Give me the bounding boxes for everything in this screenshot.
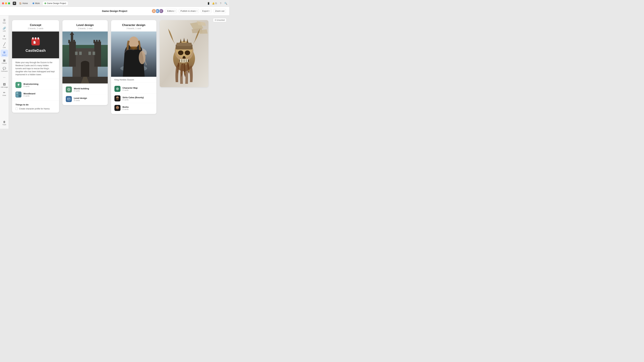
svg-rect-79 [183,59,184,63]
worldbuilding-item[interactable]: World building 0 cards [62,85,108,94]
notif-badge[interactable]: 🔔 21 [212,2,217,4]
sidebar-addimage-label: Add image [1,86,8,88]
leveldesign-sub-count: 0 cards [74,99,104,101]
export-chevron-icon: ▾ [209,10,210,12]
todo-checkbox-hanna[interactable] [16,108,18,110]
bounty-item[interactable]: Siriis Calea (Bounty) 0 cards [111,94,156,103]
svg-rect-3 [38,37,39,39]
publish-label: Publish & share [180,10,196,12]
leveldesign-sub-item[interactable]: Level design 0 cards [62,94,108,104]
charmap-svg [116,87,119,90]
svg-point-48 [129,36,139,48]
cards-container: Concept 2 boards, 2 cards CastleDash [12,19,226,114]
charmap-item[interactable]: Character Map 0 cards [111,84,156,94]
concept-card-header: Concept 2 boards, 2 cards [12,20,59,31]
svg-point-50 [139,51,146,64]
title-bar-right: 📱 🔔 21 ? 🔍 [207,2,227,5]
svg-rect-18 [69,41,76,67]
sidebar-item-draw[interactable]: ✏ Draw [1,90,8,97]
worldbuild-icon [66,86,72,93]
brainstorm-svg [17,83,20,87]
borks-item[interactable]: Borks 0 cards [111,103,156,113]
sidebar-item-todo[interactable]: ≡ To-do [1,33,8,41]
worldbuilding-info: World building 0 cards [74,87,104,92]
column-icon: ▦ [3,59,6,62]
editors-label: Editors [167,10,174,12]
skull-svg [160,20,208,87]
brainstorming-item[interactable]: Brainstorming 0 cards [12,80,59,90]
bounty-icon [114,95,120,101]
sidebar-item-note[interactable]: ☰ Note [1,17,8,25]
concept-subtitle: 2 boards, 2 cards [16,27,56,30]
fullscreen-button[interactable] [8,2,10,4]
help-icon[interactable]: ? [219,2,222,5]
svg-point-27 [81,61,89,66]
close-button[interactable] [2,2,4,4]
export-label: Export [202,10,209,12]
work-dot [32,2,34,4]
line-icon: ╱ [3,42,5,46]
svg-rect-31 [92,52,95,55]
tab-game-design[interactable]: Game Design Project [43,1,68,5]
sidebar-item-addimage[interactable]: 🖼 Add image [1,82,8,89]
svg-rect-24 [96,40,98,43]
sidebar-trash-label: Trash [2,124,6,126]
concept-title: Concept [16,23,56,27]
moodboard-item[interactable]: Moodboard 0 cards [12,90,59,99]
sidebar-item-board[interactable]: ⊞ Board [1,50,8,57]
sidebar-draw-label: Draw [2,95,6,96]
svg-rect-20 [68,40,70,43]
device-icon[interactable]: 📱 [207,2,210,5]
characterdesign-subtitle: 3 boards, 1 card [114,27,153,30]
sidebar-note-label: Note [3,22,6,24]
sidebar-board-label: Board [2,54,6,56]
skull-board-card [160,20,208,87]
skull-hero [160,20,208,87]
editors-button[interactable]: Editors ▾ [166,9,177,13]
borks-name: Borks [122,106,153,108]
export-button[interactable]: Export ▾ [201,9,212,13]
sidebar-trash[interactable]: 🗑 Trash [1,119,8,127]
svg-rect-1 [32,37,34,39]
page-title: Game Design Project [102,9,127,12]
search-icon[interactable]: 🔍 [224,2,227,5]
canvas[interactable]: 0 Unsorted Concept 2 boards, 2 cards [9,15,229,129]
game-design-dot [44,2,46,4]
svg-rect-11 [16,92,18,94]
svg-point-75 [185,50,190,55]
tab-work[interactable]: Work [31,1,42,5]
traffic-lights [2,2,10,4]
leveldesign-sub-info: Level design 0 cards [74,97,104,101]
sidebar-item-comment[interactable]: 💬 Comment [1,66,8,73]
svg-rect-14 [19,95,21,97]
leveldesign-svg [67,97,70,101]
todo-item-hanna[interactable]: Create character profile for Hanna [16,108,56,110]
tab-home[interactable]: 🏠 Home [18,1,30,5]
zoomout-button[interactable]: Zoom out [214,9,226,13]
svg-rect-13 [16,95,18,97]
charmap-icon [114,86,120,92]
characterdesign-board-card: Character design 3 boards, 1 card [111,20,156,114]
sidebar-item-line[interactable]: ╱ Line [1,41,8,49]
bounty-svg [114,95,120,101]
sidebar-item-column[interactable]: ▦ Column [1,58,8,65]
borks-icon [114,105,120,111]
brainstorm-icon [16,82,22,88]
trash-icon: 🗑 [3,121,6,124]
svg-rect-77 [180,59,181,62]
unsorted-badge[interactable]: 0 Unsorted [213,18,226,22]
charmap-count: 0 cards [122,89,153,91]
svg-point-6 [18,84,19,85]
bounty-count: 0 cards [122,99,153,101]
sidebar-item-link[interactable]: 🔗 Link [1,25,8,33]
leveldesign-subtitle: 2 boards, 1 card [66,27,104,30]
svg-rect-12 [19,92,21,94]
worldbuilding-name: World building [74,87,104,90]
tab-game-design-label: Game Design Project [47,2,66,4]
home-icon: 🏠 [19,2,22,4]
publish-share-button[interactable]: Publish & share ▾ [179,9,199,13]
minimize-button[interactable] [5,2,7,4]
sidebar-item-more[interactable]: ··· [1,74,8,81]
svg-rect-62 [118,106,119,107]
bell-icon: 🔔 [212,2,214,4]
